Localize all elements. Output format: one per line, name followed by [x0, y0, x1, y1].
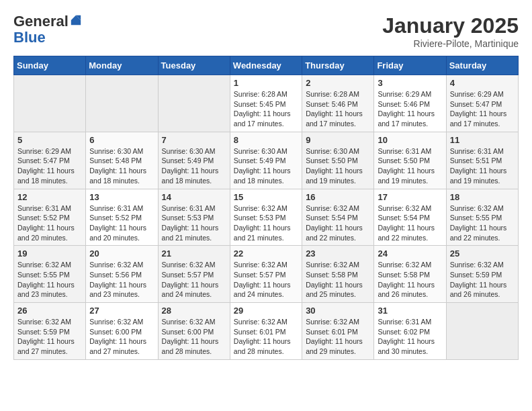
- calendar-cell: 26Sunrise: 6:32 AM Sunset: 5:59 PM Dayli…: [14, 303, 86, 360]
- day-number: 5: [17, 135, 82, 145]
- month-title: January 2025: [382, 13, 519, 38]
- calendar-cell: 28Sunrise: 6:32 AM Sunset: 6:00 PM Dayli…: [158, 303, 230, 360]
- day-info: Sunrise: 6:32 AM Sunset: 5:54 PM Dayligh…: [378, 203, 442, 243]
- title-area: January 2025 Riviere-Pilote, Martinique: [382, 13, 519, 49]
- calendar-week-row: 26Sunrise: 6:32 AM Sunset: 5:59 PM Dayli…: [14, 303, 519, 360]
- day-number: 11: [450, 135, 515, 145]
- calendar-cell: 3Sunrise: 6:29 AM Sunset: 5:46 PM Daylig…: [374, 75, 446, 132]
- calendar-cell: 24Sunrise: 6:32 AM Sunset: 5:58 PM Dayli…: [374, 246, 446, 303]
- weekday-header-wednesday: Wednesday: [230, 56, 302, 75]
- calendar-cell: [158, 75, 230, 132]
- day-info: Sunrise: 6:32 AM Sunset: 5:53 PM Dayligh…: [234, 203, 298, 243]
- day-info: Sunrise: 6:31 AM Sunset: 5:52 PM Dayligh…: [89, 203, 154, 243]
- calendar-cell: 10Sunrise: 6:31 AM Sunset: 5:50 PM Dayli…: [374, 132, 446, 189]
- calendar-cell: 9Sunrise: 6:30 AM Sunset: 5:50 PM Daylig…: [302, 132, 374, 189]
- day-info: Sunrise: 6:32 AM Sunset: 5:55 PM Dayligh…: [17, 260, 82, 300]
- calendar-cell: 20Sunrise: 6:32 AM Sunset: 5:56 PM Dayli…: [86, 246, 158, 303]
- day-info: Sunrise: 6:31 AM Sunset: 5:51 PM Dayligh…: [450, 146, 515, 186]
- weekday-header-saturday: Saturday: [446, 56, 518, 75]
- calendar-cell: 30Sunrise: 6:32 AM Sunset: 6:01 PM Dayli…: [302, 303, 374, 360]
- day-number: 19: [17, 248, 82, 259]
- day-number: 18: [450, 192, 515, 202]
- day-info: Sunrise: 6:30 AM Sunset: 5:49 PM Dayligh…: [162, 146, 226, 186]
- day-number: 8: [234, 135, 298, 145]
- day-number: 24: [378, 248, 442, 259]
- day-info: Sunrise: 6:29 AM Sunset: 5:46 PM Dayligh…: [378, 89, 442, 129]
- calendar-cell: 4Sunrise: 6:29 AM Sunset: 5:47 PM Daylig…: [446, 75, 518, 132]
- calendar-cell: 15Sunrise: 6:32 AM Sunset: 5:53 PM Dayli…: [230, 189, 302, 246]
- logo: General Blue: [13, 13, 82, 46]
- day-number: 6: [89, 135, 154, 145]
- logo-icon: [70, 14, 82, 26]
- calendar-cell: 14Sunrise: 6:31 AM Sunset: 5:53 PM Dayli…: [158, 189, 230, 246]
- day-info: Sunrise: 6:32 AM Sunset: 6:00 PM Dayligh…: [89, 317, 154, 357]
- day-info: Sunrise: 6:32 AM Sunset: 5:57 PM Dayligh…: [234, 260, 298, 300]
- day-number: 23: [306, 248, 370, 259]
- calendar-week-row: 19Sunrise: 6:32 AM Sunset: 5:55 PM Dayli…: [14, 246, 519, 303]
- day-number: 15: [234, 192, 298, 202]
- day-number: 17: [378, 192, 442, 202]
- day-info: Sunrise: 6:30 AM Sunset: 5:50 PM Dayligh…: [306, 146, 370, 186]
- day-info: Sunrise: 6:32 AM Sunset: 5:59 PM Dayligh…: [17, 317, 82, 357]
- day-number: 20: [89, 248, 154, 259]
- calendar-cell: 29Sunrise: 6:32 AM Sunset: 6:01 PM Dayli…: [230, 303, 302, 360]
- day-number: 7: [162, 135, 226, 145]
- calendar-cell: 12Sunrise: 6:31 AM Sunset: 5:52 PM Dayli…: [14, 189, 86, 246]
- calendar-cell: 23Sunrise: 6:32 AM Sunset: 5:58 PM Dayli…: [302, 246, 374, 303]
- calendar-cell: 27Sunrise: 6:32 AM Sunset: 6:00 PM Dayli…: [86, 303, 158, 360]
- day-number: 21: [162, 248, 226, 259]
- day-info: Sunrise: 6:31 AM Sunset: 5:50 PM Dayligh…: [378, 146, 442, 186]
- day-info: Sunrise: 6:30 AM Sunset: 5:48 PM Dayligh…: [89, 146, 154, 186]
- day-info: Sunrise: 6:32 AM Sunset: 6:01 PM Dayligh…: [234, 317, 298, 357]
- day-info: Sunrise: 6:29 AM Sunset: 5:47 PM Dayligh…: [17, 146, 82, 186]
- page-header: General Blue January 2025 Riviere-Pilote…: [13, 13, 519, 49]
- day-number: 12: [17, 192, 82, 202]
- day-number: 22: [234, 248, 298, 259]
- weekday-header-row: SundayMondayTuesdayWednesdayThursdayFrid…: [14, 56, 519, 75]
- calendar-cell: 18Sunrise: 6:32 AM Sunset: 5:55 PM Dayli…: [446, 189, 518, 246]
- calendar-cell: 2Sunrise: 6:28 AM Sunset: 5:46 PM Daylig…: [302, 75, 374, 132]
- day-number: 25: [450, 248, 515, 259]
- day-info: Sunrise: 6:30 AM Sunset: 5:49 PM Dayligh…: [234, 146, 298, 186]
- calendar-week-row: 5Sunrise: 6:29 AM Sunset: 5:47 PM Daylig…: [14, 132, 519, 189]
- day-number: 29: [234, 306, 298, 316]
- day-info: Sunrise: 6:31 AM Sunset: 5:52 PM Dayligh…: [17, 203, 82, 243]
- logo-blue-text: Blue: [13, 29, 46, 46]
- calendar-cell: 1Sunrise: 6:28 AM Sunset: 5:45 PM Daylig…: [230, 75, 302, 132]
- day-info: Sunrise: 6:28 AM Sunset: 5:46 PM Dayligh…: [306, 89, 370, 129]
- day-info: Sunrise: 6:32 AM Sunset: 5:54 PM Dayligh…: [306, 203, 370, 243]
- day-number: 9: [306, 135, 370, 145]
- day-info: Sunrise: 6:32 AM Sunset: 6:00 PM Dayligh…: [162, 317, 226, 357]
- weekday-header-tuesday: Tuesday: [158, 56, 230, 75]
- day-info: Sunrise: 6:32 AM Sunset: 5:57 PM Dayligh…: [162, 260, 226, 300]
- day-info: Sunrise: 6:32 AM Sunset: 5:58 PM Dayligh…: [306, 260, 370, 300]
- calendar-cell: 25Sunrise: 6:32 AM Sunset: 5:59 PM Dayli…: [446, 246, 518, 303]
- calendar-cell: 5Sunrise: 6:29 AM Sunset: 5:47 PM Daylig…: [14, 132, 86, 189]
- day-info: Sunrise: 6:31 AM Sunset: 6:02 PM Dayligh…: [378, 317, 442, 357]
- day-number: 13: [89, 192, 154, 202]
- day-number: 27: [89, 306, 154, 316]
- calendar-cell: 7Sunrise: 6:30 AM Sunset: 5:49 PM Daylig…: [158, 132, 230, 189]
- weekday-header-monday: Monday: [86, 56, 158, 75]
- day-info: Sunrise: 6:32 AM Sunset: 5:58 PM Dayligh…: [378, 260, 442, 300]
- calendar-cell: 21Sunrise: 6:32 AM Sunset: 5:57 PM Dayli…: [158, 246, 230, 303]
- calendar-cell: [86, 75, 158, 132]
- day-number: 30: [306, 306, 370, 316]
- day-number: 14: [162, 192, 226, 202]
- weekday-header-thursday: Thursday: [302, 56, 374, 75]
- calendar-week-row: 12Sunrise: 6:31 AM Sunset: 5:52 PM Dayli…: [14, 189, 519, 246]
- day-number: 26: [17, 306, 82, 316]
- calendar-cell: [446, 303, 518, 360]
- calendar-cell: [14, 75, 86, 132]
- day-info: Sunrise: 6:31 AM Sunset: 5:53 PM Dayligh…: [162, 203, 226, 243]
- day-number: 2: [306, 78, 370, 88]
- calendar-cell: 22Sunrise: 6:32 AM Sunset: 5:57 PM Dayli…: [230, 246, 302, 303]
- day-info: Sunrise: 6:32 AM Sunset: 6:01 PM Dayligh…: [306, 317, 370, 357]
- day-info: Sunrise: 6:32 AM Sunset: 5:55 PM Dayligh…: [450, 203, 515, 243]
- day-number: 28: [162, 306, 226, 316]
- logo-general-text: General: [13, 13, 69, 30]
- day-number: 16: [306, 192, 370, 202]
- calendar-cell: 17Sunrise: 6:32 AM Sunset: 5:54 PM Dayli…: [374, 189, 446, 246]
- calendar-cell: 19Sunrise: 6:32 AM Sunset: 5:55 PM Dayli…: [14, 246, 86, 303]
- calendar-table: SundayMondayTuesdayWednesdayThursdayFrid…: [13, 56, 519, 360]
